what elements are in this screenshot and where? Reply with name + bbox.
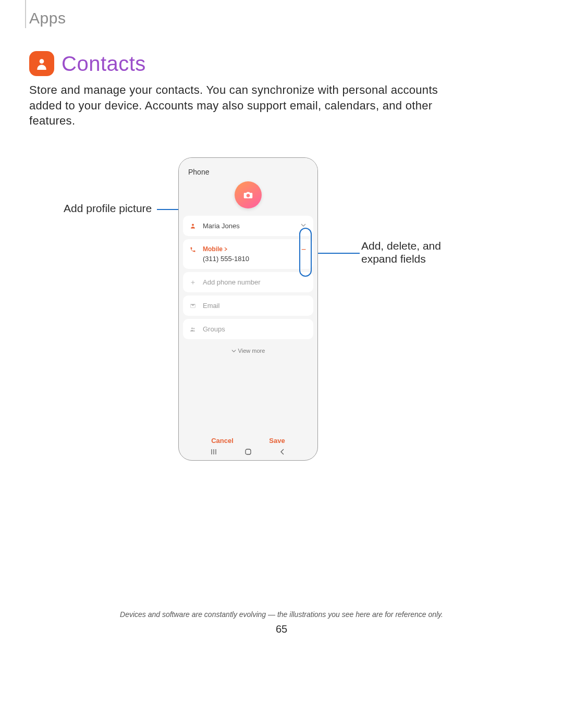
svg-rect-4 [246,449,251,454]
email-field[interactable]: Email [183,295,313,316]
camera-icon [243,191,253,199]
plus-icon [189,278,197,286]
android-navbar [179,448,317,457]
name-field[interactable]: Maria Jones [183,216,313,236]
view-more-button[interactable]: View more [183,342,313,357]
email-label: Email [203,302,307,310]
name-value: Maria Jones [203,222,295,230]
section-label: Apps [29,9,66,27]
callout-add-profile-picture: Add profile picture [64,202,152,215]
groups-field[interactable]: Groups [183,319,313,339]
home-nav-icon[interactable] [244,448,252,457]
chevron-down-icon [231,349,236,353]
page-number: 65 [0,623,563,635]
page-title: Contacts [62,52,146,76]
cancel-button[interactable]: Cancel [211,437,234,445]
email-icon [189,302,197,309]
svg-point-1 [192,224,194,226]
svg-point-3 [193,328,194,329]
chevron-right-icon [224,247,227,251]
phone-type-selector[interactable]: Mobile [203,245,295,253]
svg-point-0 [40,59,44,64]
storage-location-label[interactable]: Phone [179,158,317,180]
title-row: Contacts [29,51,146,76]
save-button[interactable]: Save [269,437,285,445]
intro-paragraph: Store and manage your contacts. You can … [29,82,462,129]
add-phone-field[interactable]: Add phone number [183,272,313,292]
view-more-label: View more [238,348,265,354]
add-phone-label: Add phone number [203,278,307,286]
header-divider [25,0,26,28]
expand-controls-highlight [299,228,312,277]
phone-number-value: (311) 555-1810 [203,255,295,263]
groups-icon [189,325,197,332]
phone-field[interactable]: Mobile (311) 555-1810 − [183,239,313,269]
recents-nav-icon[interactable] [210,448,217,457]
phone-type-label: Mobile [203,245,223,253]
action-buttons: Cancel Save [179,437,317,445]
back-nav-icon[interactable] [279,448,286,457]
phone-icon [189,245,197,253]
callout-expand-fields: Add, delete, and expand fields [361,239,466,265]
svg-point-2 [191,328,193,329]
phone-mockup: Phone Maria Jones Mobile [178,157,318,461]
add-profile-picture-button[interactable] [235,181,262,208]
footer-disclaimer: Devices and software are constantly evol… [0,610,563,619]
fields-list: Maria Jones Mobile (311) 555-1810 − [179,216,317,357]
avatar-row [179,180,317,216]
callout-line-right [312,253,360,254]
person-icon [189,222,197,229]
groups-label: Groups [203,325,307,333]
contacts-app-icon [29,51,54,76]
